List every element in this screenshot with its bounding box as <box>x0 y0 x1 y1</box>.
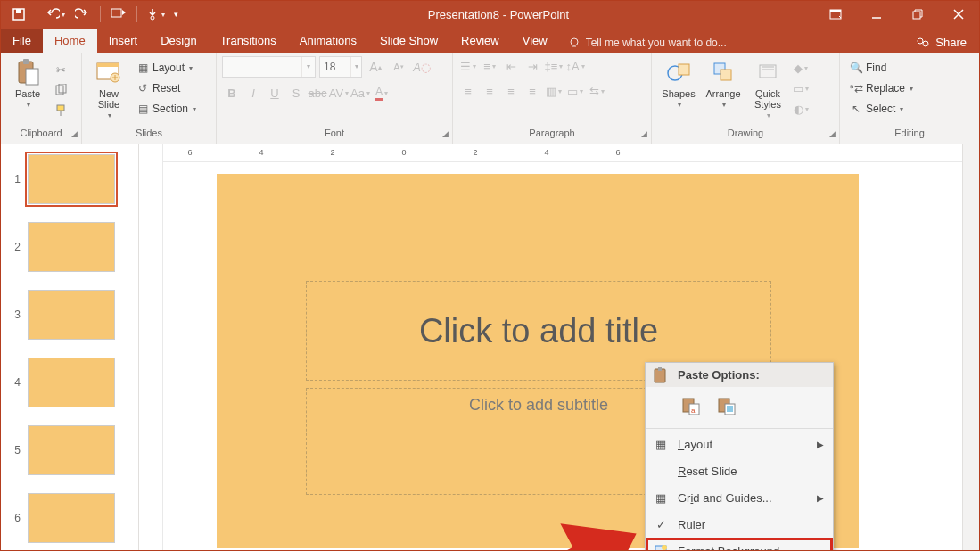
layout-button[interactable]: ▦Layout▾ <box>132 58 200 78</box>
save-icon[interactable] <box>6 1 31 28</box>
change-case-icon[interactable]: Aa▾ <box>350 83 370 103</box>
thumbnail-slide-5[interactable]: 5 <box>1 424 138 491</box>
align-center-icon[interactable]: ≡ <box>480 81 499 101</box>
bold-icon[interactable]: B <box>222 83 242 103</box>
qat-customize-icon[interactable]: ▾ <box>169 1 182 28</box>
thumbnail-slide-3[interactable]: 3 <box>1 288 138 356</box>
context-layout[interactable]: ▦ Layout ▶ <box>646 431 833 457</box>
group-clipboard: Paste ▾ ✂ Clipboard◢ <box>1 53 82 144</box>
touch-mouse-mode-icon[interactable]: ▾ <box>143 1 168 28</box>
tab-file[interactable]: File <box>1 29 43 53</box>
shape-fill-icon[interactable]: ◆▾ <box>791 58 811 78</box>
reset-button[interactable]: ↺Reset <box>132 78 200 98</box>
font-family-input[interactable] <box>223 58 301 76</box>
paragraph-dialog-launcher-icon[interactable]: ◢ <box>641 129 647 138</box>
new-slide-button[interactable]: New Slide ▾ <box>87 56 130 121</box>
thumbnail-slide-2[interactable]: 2 <box>1 220 138 288</box>
quick-styles-button[interactable]: Quick Styles▾ <box>746 56 789 121</box>
svg-rect-13 <box>23 59 29 64</box>
chevron-down-icon[interactable]: ▾ <box>301 57 315 77</box>
strikethrough-icon[interactable]: abc <box>308 83 327 103</box>
italic-icon[interactable]: I <box>243 83 263 103</box>
grid-icon: ▦ <box>653 489 669 506</box>
vertical-scrollbar[interactable] <box>962 144 979 550</box>
bulb-icon <box>568 37 581 49</box>
smartart-icon[interactable]: ⇆▾ <box>587 81 606 101</box>
clear-formatting-icon[interactable]: A◌ <box>412 57 432 77</box>
clipboard-icon <box>653 366 671 384</box>
increase-font-icon[interactable]: A▴ <box>366 57 385 77</box>
paste-use-destination-theme-icon[interactable]: a <box>678 392 704 419</box>
thumbnail-slide-4[interactable]: 4 <box>1 356 138 424</box>
section-button[interactable]: ▤Section▾ <box>132 99 200 119</box>
columns-icon[interactable]: ▥▾ <box>544 81 564 101</box>
restore-icon[interactable] <box>897 1 938 28</box>
undo-icon[interactable]: ▾ <box>43 1 68 28</box>
context-format-background[interactable]: Format Background... <box>646 538 833 550</box>
tab-transitions[interactable]: Transitions <box>209 29 288 53</box>
slide-canvas-area[interactable]: 6420246 Click to add title Click to add … <box>163 144 962 550</box>
font-size-combo[interactable]: ▾ <box>319 56 362 78</box>
tab-view[interactable]: View <box>511 29 559 53</box>
tab-slide-show[interactable]: Slide Show <box>368 29 449 53</box>
cut-icon[interactable]: ✂ <box>51 60 70 79</box>
bullets-icon[interactable]: ☰▾ <box>458 56 478 76</box>
text-direction-icon[interactable]: ↕A▾ <box>565 56 585 76</box>
context-reset-slide[interactable]: Reset Slide <box>646 457 833 484</box>
decrease-font-icon[interactable]: A▾ <box>389 57 408 77</box>
font-color-icon[interactable]: A▾ <box>372 83 391 103</box>
find-icon: 🔍 <box>849 61 863 75</box>
format-painter-icon[interactable] <box>51 101 70 120</box>
svg-point-38 <box>662 545 667 550</box>
svg-point-10 <box>918 38 923 44</box>
close-icon[interactable] <box>938 1 979 28</box>
context-grid-and-guides[interactable]: ▦ Grid and Guides... ▶ <box>646 484 833 511</box>
numbering-icon[interactable]: ≡▾ <box>480 56 499 76</box>
svg-text:a: a <box>691 407 696 415</box>
redo-icon[interactable] <box>70 1 95 28</box>
increase-indent-icon[interactable]: ⇥ <box>523 56 542 76</box>
font-family-combo[interactable]: ▾ <box>222 56 316 78</box>
thumbnail-slide-6[interactable]: 6 <box>1 491 138 550</box>
paste-picture-icon[interactable] <box>713 392 740 419</box>
share-button[interactable]: Share <box>907 36 979 53</box>
underline-icon[interactable]: U <box>265 83 284 103</box>
chevron-down-icon[interactable]: ▾ <box>350 57 361 77</box>
decrease-indent-icon[interactable]: ⇤ <box>501 56 521 76</box>
tell-me-search[interactable]: Tell me what you want to do... <box>559 37 908 53</box>
char-spacing-icon[interactable]: AV▾ <box>329 83 349 103</box>
thumbnail-slide-1[interactable]: 1 <box>1 152 138 220</box>
tab-review[interactable]: Review <box>449 29 511 53</box>
ribbon-display-options-icon[interactable] <box>815 1 856 28</box>
tab-design[interactable]: Design <box>149 29 208 53</box>
align-right-icon[interactable]: ≡ <box>501 81 521 101</box>
align-left-icon[interactable]: ≡ <box>458 81 478 101</box>
context-ruler[interactable]: ✓ Ruler <box>646 511 833 538</box>
font-size-input[interactable] <box>320 58 350 76</box>
slide-thumbnail-pane[interactable]: 1 2 3 4 5 6 <box>1 144 139 550</box>
start-from-beginning-icon[interactable] <box>106 1 131 28</box>
tab-home[interactable]: Home <box>43 29 97 53</box>
find-button[interactable]: 🔍Find <box>845 58 917 78</box>
quick-access-toolbar: ▾ ▾ ▾ <box>1 1 182 28</box>
shape-outline-icon[interactable]: ▭▾ <box>791 78 811 98</box>
minimize-icon[interactable] <box>856 1 897 28</box>
tab-animations[interactable]: Animations <box>288 29 368 53</box>
justify-icon[interactable]: ≡ <box>523 81 542 101</box>
line-spacing-icon[interactable]: ‡≡▾ <box>544 56 564 76</box>
align-text-icon[interactable]: ▭▾ <box>565 81 585 101</box>
select-icon: ↖ <box>849 102 863 116</box>
copy-icon[interactable] <box>51 80 70 100</box>
clipboard-dialog-launcher-icon[interactable]: ◢ <box>71 129 78 138</box>
tab-insert[interactable]: Insert <box>97 29 150 53</box>
drawing-dialog-launcher-icon[interactable]: ◢ <box>829 129 836 138</box>
select-button[interactable]: ↖Select▾ <box>845 99 917 119</box>
shadow-icon[interactable]: S <box>286 83 306 103</box>
shape-effects-icon[interactable]: ◐▾ <box>791 99 811 119</box>
arrange-button[interactable]: Arrange▾ <box>702 56 745 111</box>
shapes-button[interactable]: Shapes▾ <box>657 56 700 111</box>
replace-button[interactable]: ᵃ⇄Replace▾ <box>845 78 917 98</box>
paste-button[interactable]: Paste ▾ <box>6 56 49 111</box>
window-title: Presentation8 - PowerPoint <box>182 8 815 21</box>
font-dialog-launcher-icon[interactable]: ◢ <box>442 129 449 138</box>
